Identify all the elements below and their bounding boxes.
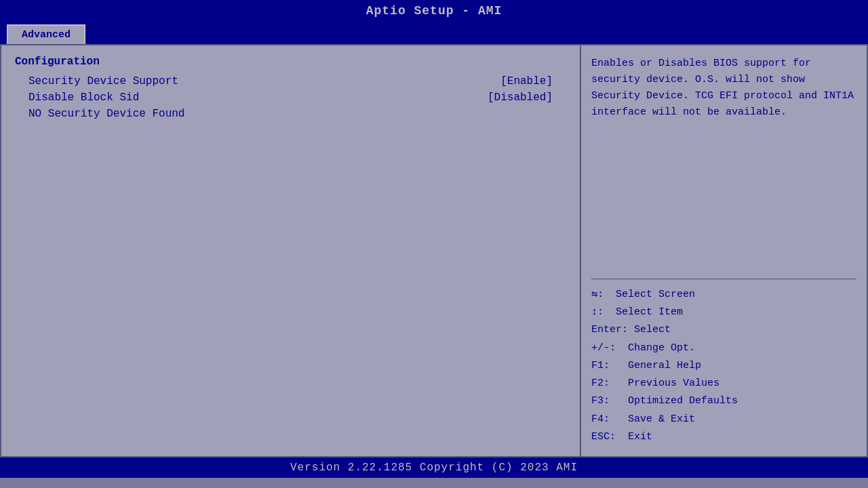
title-bar: Aptio Setup - AMI	[0, 0, 868, 22]
menu-item-label-block: Disable Block Sid	[28, 92, 139, 104]
tab-bar: Advanced	[0, 22, 868, 44]
left-panel: Configuration Security Device Support [E…	[1, 45, 581, 456]
menu-item-value-block: [Disabled]	[488, 92, 553, 104]
shortcut-select-screen: ⇆: Select Screen	[591, 286, 856, 304]
footer: Version 2.22.1285 Copyright (C) 2023 AMI	[0, 458, 868, 478]
menu-item-disable-block[interactable]: Disable Block Sid [Disabled]	[15, 89, 566, 106]
shortcut-list: ⇆: Select Screen ↕: Select Item Enter: S…	[591, 286, 856, 446]
shortcut-f1: F1: General Help	[591, 357, 856, 375]
section-title: Configuration	[15, 56, 566, 68]
tab-advanced[interactable]: Advanced	[7, 24, 85, 44]
menu-item-value-security: [Enable]	[500, 75, 553, 87]
divider	[591, 279, 856, 279]
main-content: Configuration Security Device Support [E…	[0, 44, 868, 458]
right-panel: Enables or Disables BIOS support for sec…	[581, 45, 867, 456]
help-text: Enables or Disables BIOS support for sec…	[591, 56, 856, 272]
menu-item-security-device[interactable]: Security Device Support [Enable]	[15, 73, 566, 89]
shortcut-f3: F3: Optimized Defaults	[591, 392, 856, 410]
menu-item-label-security: Security Device Support	[28, 75, 178, 87]
shortcut-change-opt: +/-: Change Opt.	[591, 340, 856, 357]
shortcut-select-item: ↕: Select Item	[591, 304, 856, 321]
menu-item-no-security: NO Security Device Found	[15, 106, 566, 122]
shortcut-f4: F4: Save & Exit	[591, 411, 856, 428]
title-text: Aptio Setup - AMI	[366, 4, 502, 18]
shortcut-esc: ESC: Exit	[591, 428, 856, 446]
shortcut-f2: F2: Previous Values	[591, 375, 856, 392]
footer-text: Version 2.22.1285 Copyright (C) 2023 AMI	[290, 462, 578, 474]
shortcut-enter-select: Enter: Select	[591, 321, 856, 339]
